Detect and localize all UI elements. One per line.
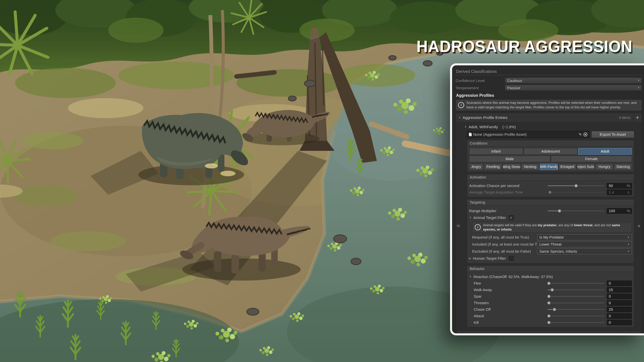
- entry-chance: (~1.8%): [503, 125, 516, 129]
- attack-slider[interactable]: [548, 313, 604, 319]
- tag-mating-season[interactable]: Mating Season: [503, 164, 520, 170]
- range-multiplier-value-field[interactable]: 100 %: [607, 208, 632, 214]
- collapse-open-icon[interactable]: ▼: [469, 216, 472, 219]
- value-text: 0: [607, 294, 632, 299]
- edit-pen-icon[interactable]: ✎: [579, 132, 582, 137]
- age-toggle-infant[interactable]: Infant: [469, 148, 523, 155]
- value-text: 0: [607, 300, 632, 305]
- entry-header[interactable]: ▼ Adult, WithFamily (~1.8%): [463, 124, 635, 130]
- chase-off-row: Chase Off 25: [469, 307, 632, 312]
- add-entry-button[interactable]: +: [633, 113, 642, 122]
- flee-row: Flee 0: [469, 281, 632, 286]
- excluded-filter-label: Excluded (If any, all must be False): [472, 249, 537, 253]
- entry-adult-withfamily: ≡ × ▼ Adult, WithFamily (~1.8%) None (Ag…: [457, 123, 641, 329]
- slider-knob[interactable]: [547, 295, 551, 298]
- temperament-dropdown[interactable]: Passive ▼: [505, 85, 642, 91]
- tag-hungry[interactable]: Hungry: [595, 164, 613, 170]
- info-icon: i: [458, 102, 464, 108]
- drag-handle-icon[interactable]: ≡: [459, 333, 463, 333]
- asset-object-field[interactable]: None (Aggression Profile Asset) ✎: [467, 131, 589, 138]
- divider: [456, 75, 642, 75]
- collapse-open-icon[interactable]: ▼: [469, 275, 472, 278]
- sex-toggle-male[interactable]: Male: [469, 156, 550, 162]
- drag-handle-icon[interactable]: ≡: [457, 223, 460, 229]
- slider-knob[interactable]: [547, 314, 551, 318]
- chase-off-slider[interactable]: [548, 307, 604, 312]
- required-filter-dropdown[interactable]: Is My Predator ▼: [537, 234, 632, 240]
- kill-row: Kill 0: [469, 320, 632, 325]
- value-text: 1.4: [607, 190, 625, 195]
- spar-slider[interactable]: [548, 294, 604, 299]
- human-target-filter-row: ▶ Human Target Filter: [469, 255, 632, 261]
- range-multiplier-slider[interactable]: [548, 208, 604, 214]
- aggression-profiles-header: Aggression Profiles: [456, 93, 641, 98]
- tag-starving[interactable]: Starving: [614, 164, 632, 170]
- targeting-group: Targeting Range Multiplier 100 %: [467, 199, 634, 263]
- entries-count-badge: 4 items: [619, 116, 633, 120]
- threaten-slider[interactable]: [548, 300, 604, 306]
- threaten-label: Threaten: [474, 301, 547, 305]
- slider-knob[interactable]: [553, 308, 556, 311]
- chevron-down-icon: ▼: [627, 236, 630, 239]
- tag-angry[interactable]: Angry: [469, 164, 484, 170]
- tag-with-family[interactable]: With Family: [540, 164, 558, 170]
- spar-value-field[interactable]: 0: [607, 294, 632, 299]
- chevron-down-icon: ▼: [637, 79, 640, 82]
- attack-value-field[interactable]: 0: [607, 313, 632, 319]
- human-target-filter-checkbox[interactable]: [509, 256, 514, 261]
- sex-toggle-row: Male Female: [469, 156, 632, 162]
- slider-knob[interactable]: [547, 301, 551, 305]
- tag-feeding[interactable]: Feeding: [484, 164, 502, 170]
- temperament-row: Temperament Passive ▼: [456, 85, 642, 91]
- included-filter-dropdown[interactable]: Lower Threat ▼: [537, 241, 632, 247]
- tag-nesting[interactable]: Nesting: [521, 164, 539, 170]
- tag-enraged[interactable]: Enraged: [558, 164, 576, 170]
- collapse-open-icon[interactable]: ▼: [464, 125, 467, 128]
- entries-list-header[interactable]: ▼ Aggression Profile Entries 4 items +: [456, 113, 642, 122]
- flee-slider[interactable]: [548, 281, 604, 286]
- asset-page-icon: [469, 133, 472, 136]
- value-text: 0: [607, 320, 632, 325]
- activation-chance-value-field[interactable]: 50 %: [607, 183, 632, 189]
- slider-knob[interactable]: [550, 288, 554, 292]
- remove-entry-button[interactable]: ×: [635, 332, 638, 333]
- info-icon: i: [475, 224, 481, 230]
- entry-title: Adolescent, Adult: [475, 333, 504, 333]
- entry-adolescent-adult[interactable]: ≡ ▶ Adolescent, Adult (~73.0%) ×: [457, 331, 641, 333]
- attack-label: Attack: [474, 314, 547, 318]
- reaction-summary-label: Reaction (ChaseOff: 62.5%, WalkAway: 37.…: [473, 275, 553, 279]
- targeting-header: Targeting: [467, 199, 634, 206]
- slider-knob: [548, 191, 552, 194]
- animal-target-filter-checkbox[interactable]: ✓: [509, 215, 514, 220]
- chase-off-value-field[interactable]: 25: [607, 307, 632, 312]
- activation-chance-slider[interactable]: [548, 183, 604, 189]
- screenshot-root: HADROSAUR AGGRESSION Derived Classificat…: [0, 0, 644, 362]
- age-toggle-adult[interactable]: Adult: [578, 148, 632, 155]
- sex-toggle-female[interactable]: Female: [551, 156, 632, 162]
- slider-knob[interactable]: [547, 321, 551, 324]
- tag-reject-suitor[interactable]: Reject Suitor: [577, 164, 595, 170]
- slider-knob[interactable]: [558, 209, 561, 213]
- excluded-filter-dropdown[interactable]: Same Species, Infants ▼: [537, 248, 632, 254]
- asset-object-row: None (Aggression Profile Asset) ✎ Export…: [467, 131, 634, 138]
- included-filter-label: Included (If any, at least one must be T…: [472, 242, 537, 246]
- slider-knob[interactable]: [574, 184, 578, 188]
- reaction-summary-row[interactable]: ▼ Reaction (ChaseOff: 62.5%, WalkAway: 3…: [469, 274, 632, 280]
- flee-value-field[interactable]: 0: [607, 281, 632, 286]
- collapse-closed-icon[interactable]: ▶: [469, 257, 471, 260]
- conditions-header: Conditions: [467, 140, 634, 147]
- age-toggle-adolescent[interactable]: Adolescent: [524, 148, 578, 155]
- kill-value-field[interactable]: 0: [607, 320, 632, 325]
- collapse-open-icon[interactable]: ▼: [458, 116, 461, 119]
- slider-knob[interactable]: [547, 282, 551, 285]
- confidence-level-dropdown[interactable]: Cautious ▼: [505, 77, 642, 83]
- profiles-info-box: i Scenarios where this animal may become…: [456, 99, 642, 111]
- walk-away-value-field[interactable]: 15: [607, 287, 632, 293]
- kill-slider[interactable]: [548, 320, 604, 325]
- export-to-asset-button[interactable]: Export To Asset: [591, 131, 634, 138]
- remove-entry-button[interactable]: ×: [637, 223, 640, 229]
- object-picker-icon[interactable]: [583, 132, 587, 137]
- threaten-value-field[interactable]: 0: [607, 300, 632, 306]
- walk-away-slider[interactable]: [548, 287, 604, 293]
- spar-label: Spar: [474, 294, 547, 298]
